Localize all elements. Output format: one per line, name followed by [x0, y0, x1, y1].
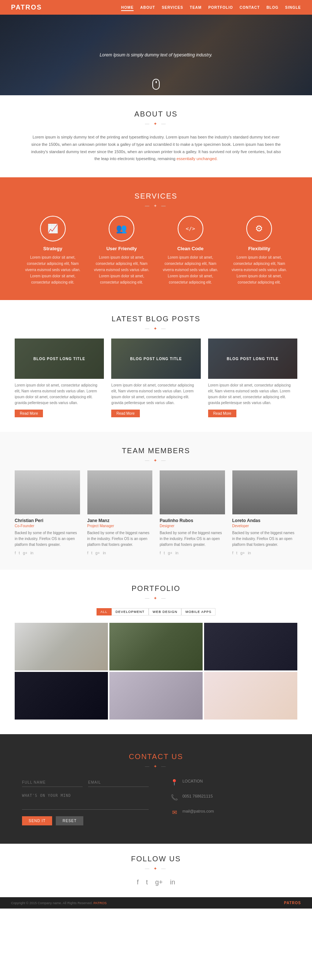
brand-logo[interactable]: PATROS	[11, 4, 42, 11]
send-button[interactable]: SEND IT	[22, 816, 52, 826]
nav-item-team[interactable]: TEAM	[190, 5, 202, 10]
portfolio-item-1[interactable]	[15, 623, 108, 670]
blog-section: LATEST BLOG POSTS — ✦ — BLOG POST LONG T…	[0, 300, 312, 432]
blog-card-1: BLOG POST LONG TITLE Lorem ipsum dolor s…	[15, 339, 104, 417]
facebook-icon-4[interactable]: f	[232, 550, 234, 555]
contact-btns: SEND IT RESET	[22, 816, 149, 826]
portfolio-grid	[15, 623, 297, 719]
email-input[interactable]	[88, 778, 149, 787]
nav-item-contact[interactable]: CONTACT	[240, 5, 260, 10]
blog-desc-3: Lorem ipsum dolor sit amet, consectetur …	[208, 382, 297, 406]
portfolio-divider: — ✦ —	[15, 596, 297, 601]
filter-all[interactable]: ALL	[96, 608, 112, 616]
scroll-indicator[interactable]	[152, 79, 160, 90]
follow-twitter-icon[interactable]: t	[146, 878, 148, 886]
services-grid: 📈 Strategy Lorem ipsum dolor sit amet, c…	[22, 216, 290, 285]
twitter-icon-3[interactable]: t	[164, 550, 165, 555]
portfolio-item-4[interactable]	[15, 672, 108, 719]
linkedin-icon-4[interactable]: in	[248, 550, 251, 555]
twitter-icon-2[interactable]: t	[91, 550, 93, 555]
about-link[interactable]: essentially unchanged.	[176, 156, 218, 161]
filter-development[interactable]: DEVELOPMENT	[112, 608, 149, 616]
portfolio-title: PORTFOLIO	[15, 584, 297, 593]
follow-facebook-icon[interactable]: f	[137, 878, 139, 886]
footer-brand: PATROS	[284, 901, 301, 905]
twitter-icon-1[interactable]: t	[19, 550, 20, 555]
portfolio-section: PORTFOLIO — ✦ — ALL DEVELOPMENT WEB DESI…	[0, 570, 312, 734]
email-text: mail@patros.com	[182, 808, 214, 815]
twitter-icon-4[interactable]: t	[237, 550, 237, 555]
follow-section: FOLLOW US — ✦ — f t g+ in	[0, 844, 312, 897]
portfolio-item-2[interactable]	[109, 623, 203, 670]
team-photo-3	[160, 470, 225, 514]
team-divider: — ✦ —	[15, 458, 297, 463]
facebook-icon-3[interactable]: f	[160, 550, 161, 555]
footer-copyright: Copyright © 2015 Company name. All Right…	[11, 901, 106, 905]
filter-mobileapps[interactable]: MOBILE APPS	[181, 608, 216, 616]
team-name-3: Paulinho Rubos	[160, 518, 225, 523]
userfriendly-icon: 👥	[109, 216, 134, 242]
footer: Copyright © 2015 Company name. All Right…	[0, 897, 312, 908]
portfolio-item-6[interactable]	[204, 672, 297, 719]
read-more-btn-3[interactable]: Read More	[208, 410, 237, 417]
linkedin-icon-3[interactable]: in	[176, 550, 179, 555]
follow-gplus-icon[interactable]: g+	[155, 878, 163, 886]
blog-title: LATEST BLOG POSTS	[15, 315, 297, 323]
hero-text: Lorem Ipsum is simply dummy text of type…	[99, 52, 212, 57]
message-input[interactable]	[22, 791, 149, 810]
contact-title: CONTACT US	[22, 752, 290, 761]
nav-item-single[interactable]: SINGLE	[285, 5, 301, 10]
read-more-btn-2[interactable]: Read More	[111, 410, 139, 417]
reset-button[interactable]: RESET	[56, 816, 83, 826]
gplus-icon-1[interactable]: g+	[23, 550, 27, 555]
follow-linkedin-icon[interactable]: in	[170, 878, 175, 886]
contact-divider: — ✦ —	[22, 764, 290, 769]
nav-item-portfolio[interactable]: PORTFOLIO	[208, 5, 233, 10]
team-socials-1: f t g+ in	[15, 550, 80, 555]
follow-divider: — ✦ —	[15, 866, 297, 871]
team-role-4: Developer	[232, 524, 298, 528]
contact-name-email-row	[22, 778, 149, 787]
phone-icon: 📞	[171, 794, 178, 801]
nav-item-services[interactable]: SERVICES	[162, 5, 183, 10]
gplus-icon-3[interactable]: g+	[168, 550, 173, 555]
contact-section: CONTACT US — ✦ — SEND IT RESET 📍 LOCATIO…	[0, 734, 312, 844]
blog-image-2: BLOG POST LONG TITLE	[111, 339, 200, 379]
blog-card-3: BLOG POST LONG TITLE Lorem ipsum dolor s…	[208, 339, 297, 417]
phone-text: 0051 768621115	[182, 793, 213, 800]
portfolio-item-5[interactable]	[109, 672, 203, 719]
team-card-4: Loreto Andas Developer Backed by some of…	[232, 470, 298, 555]
portfolio-filters: ALL DEVELOPMENT WEB DESIGN MOBILE APPS	[15, 608, 297, 616]
team-role-2: Project Manager	[87, 524, 153, 528]
services-title: SERVICES	[22, 192, 290, 200]
location-info: 📍 LOCATION	[171, 778, 290, 786]
filter-webdesign[interactable]: WEB DESIGN	[149, 608, 182, 616]
team-name-2: Jane Manz	[87, 518, 153, 523]
portfolio-item-3[interactable]	[204, 623, 297, 670]
footer-theme-link[interactable]: PATROS	[94, 901, 107, 905]
blog-grid: BLOG POST LONG TITLE Lorem ipsum dolor s…	[15, 339, 297, 417]
facebook-icon-2[interactable]: f	[87, 550, 88, 555]
location-icon: 📍	[171, 779, 178, 786]
gplus-icon-2[interactable]: g+	[96, 550, 100, 555]
fullname-input[interactable]	[22, 778, 83, 787]
contact-form: SEND IT RESET	[22, 778, 149, 826]
team-card-1: Christian Peri Co-Founder Backed by some…	[15, 470, 80, 555]
blog-divider: — ✦ —	[15, 326, 297, 331]
nav-item-home[interactable]: HOME	[121, 5, 134, 10]
service-flexibility-title: Flexibility	[229, 246, 290, 251]
nav-menu: HOME ABOUT SERVICES TEAM PORTFOLIO CONTA…	[121, 5, 301, 10]
linkedin-icon-1[interactable]: in	[30, 550, 34, 555]
gplus-icon-4[interactable]: g+	[240, 550, 245, 555]
hero-section: Lorem Ipsum is simply dummy text of type…	[0, 15, 312, 95]
facebook-icon-1[interactable]: f	[15, 550, 16, 555]
nav-item-blog[interactable]: BLOG	[267, 5, 278, 10]
read-more-btn-1[interactable]: Read More	[15, 410, 43, 417]
nav-item-about[interactable]: ABOUT	[140, 5, 155, 10]
linkedin-icon-2[interactable]: in	[103, 550, 106, 555]
blog-image-1: BLOG POST LONG TITLE	[15, 339, 104, 379]
service-cleancode: </> Clean Code Lorem ipsum dolor sit ame…	[160, 216, 221, 285]
service-strategy-title: Strategy	[22, 246, 84, 251]
service-flexibility: ⚙ Flexibility Lorem ipsum dolor sit amet…	[229, 216, 290, 285]
follow-socials: f t g+ in	[15, 878, 297, 886]
